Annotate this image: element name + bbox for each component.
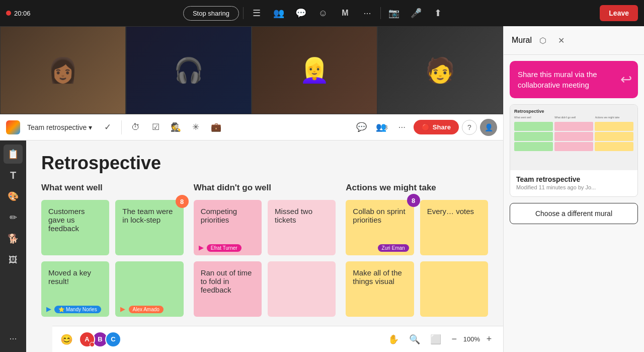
sticky-note[interactable]: Ran out of time to fold in feedback	[194, 261, 262, 317]
share-banner: Share this mural via the collaborative m…	[510, 61, 638, 98]
incognito-toolbar-button[interactable]: 🕵	[167, 119, 184, 136]
sidebar-frames-icon[interactable]: 📋	[4, 145, 23, 164]
top-bar-center: Stop sharing ☰ 👥 💬 ☺ M ··· 📷 🎤 ⬆	[35, 4, 596, 22]
sticky-note[interactable]: Every… votes	[420, 200, 488, 255]
people-button[interactable]: 👥3	[373, 119, 390, 136]
toolbar-separator	[121, 120, 122, 134]
panel-title: Mural	[512, 36, 532, 45]
toolbar-more-button[interactable]: ···	[393, 119, 411, 136]
column-actions: Actions we might take Collab on sprint p…	[346, 183, 488, 335]
share-button[interactable]: 🔴 Share	[414, 120, 459, 134]
sticky-notes-0: Customers gave us feedback The team were…	[41, 200, 184, 317]
hand-tool-button[interactable]: ✋	[385, 331, 402, 348]
preview-sticky	[554, 122, 593, 131]
preview-mini-headers: What went well What didn't go well Actio…	[514, 116, 633, 119]
vote-badge-purple: 8	[407, 194, 420, 207]
preview-modified: Modified 11 minutes ago by Jo...	[516, 184, 631, 190]
right-panel: Mural ⬡ ✕ Share this mural via the colla…	[503, 26, 644, 352]
mural-icon-button[interactable]: M	[336, 4, 354, 22]
cursor-marker-alex: ▶ Alex Amado	[120, 304, 164, 313]
sidebar-text-icon[interactable]: T	[4, 166, 23, 185]
sidebar-image-icon[interactable]: 🖼	[4, 250, 23, 269]
top-bar: 20:06 Stop sharing ☰ 👥 💬 ☺ M ··· 📷 🎤 ⬆ L…	[0, 0, 644, 26]
sticky-row-0-0: Customers gave us feedback The team were…	[41, 200, 184, 255]
preview-mini-title: Retrospective	[514, 109, 633, 114]
sticky-text: Collab on sprint priorities	[353, 207, 407, 224]
stop-sharing-button[interactable]: Stop sharing	[183, 6, 239, 21]
sidebar-asset-icon[interactable]: 🐕	[4, 229, 23, 248]
briefcase-toolbar-button[interactable]: 💼	[207, 119, 224, 136]
board-title-label: Team retrospective	[27, 123, 87, 131]
help-button[interactable]: ?	[462, 120, 477, 135]
user-avatar[interactable]: 👤	[480, 119, 497, 136]
video-tile-4: 🧑	[377, 26, 503, 114]
check-toolbar-button[interactable]: ☑	[147, 119, 164, 136]
timer-toolbar-button[interactable]: ⏱	[127, 119, 144, 136]
zoom-in-button[interactable]: +	[483, 333, 495, 345]
sticky-note[interactable]	[268, 261, 336, 317]
sticky-note[interactable]: Competing priorities ▶ Efrat Turner	[194, 200, 262, 255]
column-went-well: What went well Customers gave us feedbac…	[41, 183, 184, 335]
mic-button[interactable]: 🎤	[407, 4, 425, 22]
choose-mural-button[interactable]: Choose a different mural	[510, 203, 638, 224]
comment-button[interactable]: 💬	[353, 119, 370, 136]
mural-preview[interactable]: Retrospective What went well What didn't…	[510, 104, 638, 197]
upload-button[interactable]: ⬆	[429, 4, 447, 22]
zoom-fit-button[interactable]: 🔍	[406, 331, 423, 348]
sticky-note[interactable]	[420, 261, 488, 317]
sticky-note[interactable]: Moved a key result! ▶ ⭐ Mandy Norles	[41, 261, 109, 317]
sticky-note[interactable]: Customers gave us feedback	[41, 200, 109, 255]
sidebar-shapes-icon[interactable]: 🎨	[4, 187, 23, 206]
preview-sticky	[514, 132, 553, 141]
panel-close-button[interactable]: ✕	[554, 33, 568, 47]
emoji-button[interactable]: 😊	[60, 333, 73, 345]
share-label: Share	[433, 123, 451, 131]
video-button[interactable]: 📷	[385, 4, 403, 22]
preview-sticky	[514, 142, 553, 151]
sticky-note[interactable]: Make all of the things visual	[346, 261, 414, 317]
sticky-text: Competing priorities	[201, 207, 255, 224]
sticky-note[interactable]: Collab on sprint priorities 8 Zuri Eman	[346, 200, 414, 255]
preview-image: Retrospective What went well What didn't…	[510, 105, 637, 170]
preview-mini-board: Retrospective What went well What didn't…	[510, 105, 637, 170]
cursor-toolbar-button[interactable]: ✳	[187, 119, 204, 136]
video-strip: 👩🏾 🎧 👱‍♀️ 🧑	[0, 26, 503, 114]
toolbar-right: 💬 👥3 ··· 🔴 Share ? 👤	[353, 119, 497, 136]
checkmark-toolbar-button[interactable]: ✓	[99, 119, 116, 136]
sticky-text: Make all of the things visual	[353, 268, 407, 286]
avatar-indicator	[90, 342, 95, 347]
people-icon-button[interactable]: 👥	[270, 4, 288, 22]
sidebar-pen-icon[interactable]: ✏	[4, 208, 23, 227]
participant-avatar-1[interactable]: A	[79, 331, 95, 347]
panel-external-button[interactable]: ⬡	[536, 33, 550, 47]
sticky-text: Missed two tickets	[275, 207, 329, 224]
preview-board-name: Team retrospective	[516, 175, 631, 183]
mural-logo-icon	[6, 120, 20, 134]
recording-time: 20:06	[14, 10, 31, 17]
sticky-text: Customers gave us feedback	[48, 207, 102, 233]
sticky-text: Ran out of time to fold in feedback	[201, 268, 255, 294]
sticky-notes-1: Competing priorities ▶ Efrat Turner Miss…	[194, 200, 336, 317]
participant-avatar-3[interactable]: C	[105, 331, 121, 347]
sticky-note[interactable]: ▶ Alex Amado	[115, 261, 183, 317]
leave-button[interactable]: Leave	[600, 5, 638, 21]
board-title-button[interactable]: Team retrospective ▾	[23, 121, 96, 133]
participant-avatars: A B C	[79, 331, 121, 347]
preview-sticky	[595, 132, 633, 141]
sticky-note[interactable]: Missed two tickets	[268, 200, 336, 255]
col-header-0: What went well	[41, 183, 184, 193]
emoji-icon-button[interactable]: ☺	[314, 4, 332, 22]
main-area: 👩🏾 🎧 👱‍♀️ 🧑 Team retrospective ▾ ✓	[0, 26, 644, 352]
sticky-note[interactable]: The team were in lock-step 8	[115, 200, 183, 255]
bottom-right-controls: ✋ 🔍 ⬜ − 100% +	[385, 331, 495, 348]
sidebar-more-icon[interactable]: ···	[4, 329, 23, 348]
video-avatar-3: 👱‍♀️	[252, 27, 377, 114]
list-icon-button[interactable]: ☰	[248, 4, 266, 22]
col-header-1: What didn't go well	[194, 183, 336, 193]
frame-button[interactable]: ⬜	[427, 331, 444, 348]
zoom-out-button[interactable]: −	[448, 333, 460, 345]
chat-icon-button[interactable]: 💬	[292, 4, 310, 22]
preview-sticky	[514, 122, 553, 131]
more-icon-button[interactable]: ···	[358, 4, 376, 22]
board-title: Retrospective	[41, 153, 488, 174]
